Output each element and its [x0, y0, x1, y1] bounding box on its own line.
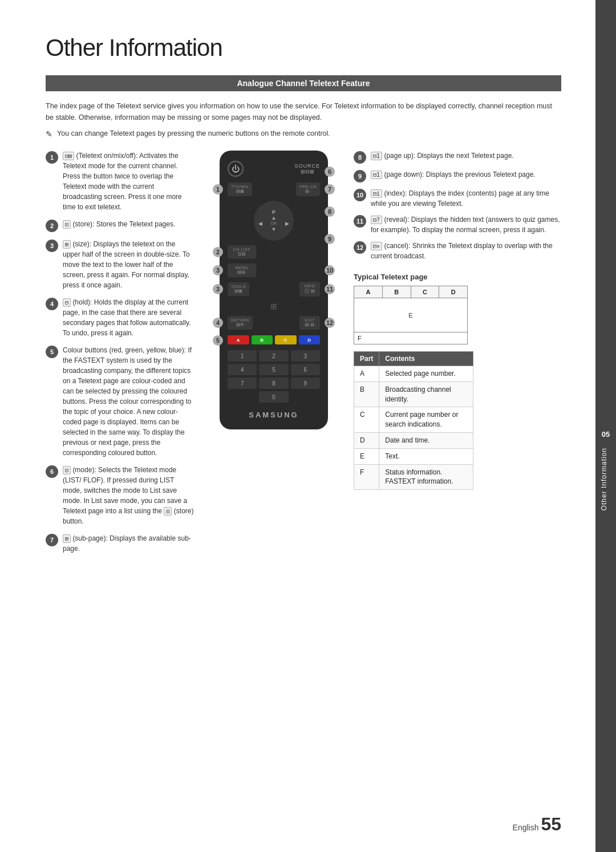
bullet-text-4: (hold): Holds the display at the current… — [63, 298, 191, 337]
bullet-number-5: 5 — [46, 346, 58, 358]
bullet-text-1: (Teletext on/mix/off): Activates the Tel… — [63, 152, 182, 211]
part-d-label: D — [354, 432, 379, 448]
tools-button[interactable]: TOOLS ⊟⊠ — [228, 282, 249, 296]
num-8[interactable]: 8 — [259, 378, 288, 389]
bullet-3: 3 ⊞ (size): Displays the teletext on the… — [46, 239, 194, 290]
right-number-8: 8 — [354, 151, 366, 164]
nav-circle[interactable]: P ▲ ◀ OK ▶ ▼ — [254, 201, 294, 241]
return-label: RETURN — [231, 318, 249, 322]
source-group: SOURCE ⊞⊟⊠ — [294, 163, 320, 175]
bullet-content-2: ⊡ (store): Stores the Teletext pages. — [63, 219, 194, 232]
remote-label-10: 10 — [325, 265, 335, 275]
power-icon: ⏻ — [232, 164, 240, 173]
ttx-mix-button[interactable]: TTX/MIX ⊟⊠ — [228, 182, 252, 196]
right-content-8: ⊟1 (page up): Displays the next Teletext… — [371, 151, 514, 164]
num-2[interactable]: 2 — [259, 350, 288, 362]
teletext-cell-a: A — [354, 286, 383, 298]
right-number-11: 11 — [354, 215, 366, 228]
part-f-contents: Status information. FASTEXT information. — [379, 464, 473, 490]
num-9[interactable]: 9 — [291, 378, 320, 389]
color-btn-blue[interactable]: D — [299, 335, 321, 344]
left-column: 1 ⊟⊠ (Teletext on/mix/off): Activates th… — [46, 151, 194, 561]
right-text-9: (page down): Displays the previous Telet… — [384, 171, 535, 178]
nav-ok-btn[interactable]: OK — [270, 221, 277, 226]
teletext-footer-label: F — [358, 335, 362, 342]
bullet-7: 7 ⊞ (sub-page): Displays the available s… — [46, 533, 194, 554]
color-btn-yellow[interactable]: C — [275, 335, 297, 344]
remote-label-11: 11 — [325, 284, 335, 294]
num-5[interactable]: 5 — [259, 364, 288, 375]
nav-cluster-row: 8 P ▲ ◀ OK ▶ ▼ — [228, 201, 320, 241]
parts-row-d: D Date and time. — [354, 432, 473, 448]
side-tab: 05 Other Information — [595, 0, 616, 852]
icon-pageup: ⊟1 — [371, 152, 382, 160]
center-column: ⏻ SOURCE ⊞⊟⊠ 6 — [205, 151, 342, 561]
bullet-content-6: ⊡ (mode): Selects the Teletext mode (LIS… — [63, 465, 194, 526]
num-1[interactable]: 1 — [228, 350, 257, 362]
part-b-contents: Broadcasting channel identity. — [379, 382, 473, 407]
teletext-header-row: A B C D — [354, 286, 467, 298]
nav-lr-icons: ◀ OK ▶ — [258, 221, 289, 226]
part-c-contents: Current page number or search indication… — [379, 407, 473, 433]
nav-right-icon: ▶ — [285, 221, 289, 226]
remote-label-5: 5 — [213, 335, 223, 346]
right-text-12: (cancel): Shrinks the Teletext display t… — [371, 242, 553, 260]
bullet-number-6: 6 — [46, 465, 58, 478]
right-bullet-10: 10 ⊟i (index): Displays the index (conte… — [354, 188, 561, 209]
ttx-label: TTX/MIX — [231, 185, 249, 189]
color-btn-green[interactable]: B — [252, 335, 273, 344]
parts-table-body: A Selected page number. B Broadcasting c… — [354, 366, 473, 490]
num-6[interactable]: 6 — [291, 364, 320, 375]
bullet-text-7: (sub-page): Displays the available sub-p… — [63, 534, 191, 553]
chlist-button[interactable]: CH LIST ⊡⊟ — [228, 245, 256, 259]
num-7[interactable]: 7 — [228, 378, 257, 389]
teletext-cell-c: C — [411, 286, 440, 298]
teletext-cell-d: D — [439, 286, 467, 298]
exit-icons: -⊟ ⊟· — [303, 322, 315, 327]
nav-left-icon: ◀ — [258, 221, 262, 226]
bullet-text-5: Colour buttons (red, green, yellow, blue… — [63, 346, 192, 457]
section-header: Analogue Channel Teletext Feature — [46, 75, 561, 91]
remote-label-4: 4 — [213, 318, 223, 328]
tools-info-row: 3 TOOLS ⊟⊠ INFO ⓘ ⊟ 11 — [228, 282, 320, 297]
teletext-body-label: E — [408, 312, 412, 319]
parts-table-head: Part Contents — [354, 352, 473, 366]
part-f-label: F — [354, 464, 379, 490]
return-button[interactable]: RETURN ⊟⟳ — [228, 316, 253, 330]
exit-button[interactable]: EXIT -⊟ ⊟· — [299, 316, 320, 330]
num-3[interactable]: 3 — [291, 350, 320, 362]
pre-ch-button[interactable]: PRE-CH ⊟· — [296, 182, 320, 196]
teletext-title: Typical Teletext page — [354, 273, 561, 281]
num-0[interactable]: 0 — [259, 391, 288, 403]
part-e-label: E — [354, 448, 379, 464]
teletext-diagram: A B C D E F — [354, 286, 468, 344]
power-button[interactable]: ⏻ — [228, 161, 244, 177]
parts-row-a: A Selected page number. — [354, 366, 473, 382]
color-btn-red[interactable]: A — [228, 335, 249, 344]
parts-col-part: Part — [354, 352, 379, 366]
return-icons: ⊟⟳ — [236, 322, 244, 327]
menu-button[interactable]: MENU ⊟⊟· — [228, 263, 256, 277]
right-bullet-8: 8 ⊟1 (page up): Displays the next Telete… — [354, 151, 561, 164]
icon-mode: ⊡ — [63, 466, 71, 474]
numpad-area: 1 2 3 4 5 6 7 8 9 0 — [228, 350, 320, 403]
chapter-label: Other Information — [595, 442, 613, 516]
num-4[interactable]: 4 — [228, 364, 257, 375]
icon-mode-store: ⊡ — [164, 507, 172, 516]
part-e-contents: Text. — [379, 448, 473, 464]
info-label: INFO — [303, 284, 317, 288]
chlist-icons: ⊡⊟ — [238, 251, 246, 257]
samsung-logo: SAMSUNG — [228, 411, 320, 419]
chlist-label: CH LIST — [231, 248, 253, 251]
menu-label: MENU — [231, 266, 253, 270]
remote-label-2: 2 — [213, 247, 223, 257]
icon-pagedown: ⊟1 — [371, 171, 382, 179]
right-text-10: (index): Displays the index (contents) p… — [371, 189, 549, 208]
right-text-8: (page up): Displays the next Teletext pa… — [384, 152, 513, 160]
right-number-12: 12 — [354, 241, 366, 254]
remote-label-12: 12 — [325, 318, 335, 328]
info-icons: ⓘ ⊟ — [305, 289, 314, 294]
parts-row-f: F Status information. FASTEXT informatio… — [354, 464, 473, 490]
right-number-10: 10 — [354, 189, 366, 201]
info-button[interactable]: INFO ⓘ ⊟ — [299, 282, 320, 297]
